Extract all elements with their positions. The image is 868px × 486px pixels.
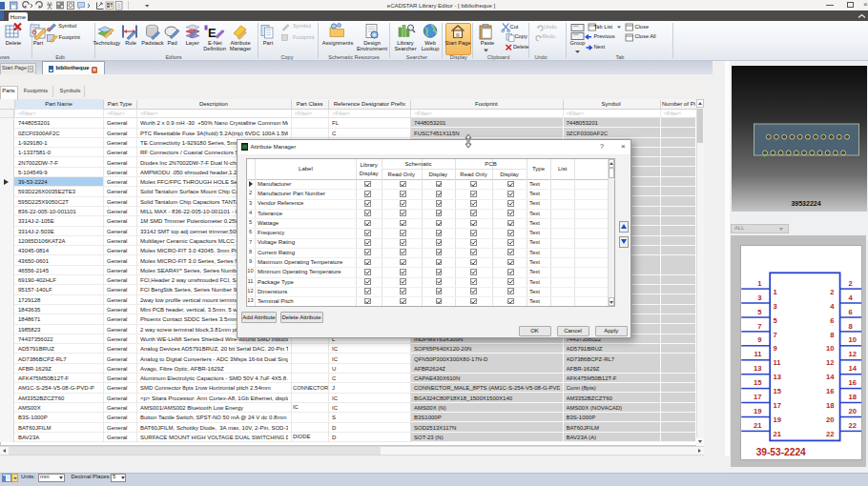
svg-text:11: 11 xyxy=(774,358,782,367)
svg-text:15: 15 xyxy=(774,387,782,395)
svg-text:16: 16 xyxy=(849,378,857,387)
svg-text:4: 4 xyxy=(830,302,835,311)
svg-text:39-53-2224: 39-53-2224 xyxy=(756,447,806,457)
svg-text:4: 4 xyxy=(849,294,854,302)
svg-text:17: 17 xyxy=(774,401,781,410)
svg-text:1: 1 xyxy=(774,288,778,296)
svg-text:22: 22 xyxy=(826,430,834,438)
svg-text:7: 7 xyxy=(774,331,777,339)
svg-text:5: 5 xyxy=(774,316,778,325)
svg-text:9: 9 xyxy=(774,344,777,353)
svg-text:17: 17 xyxy=(754,393,761,401)
svg-text:9: 9 xyxy=(757,335,761,344)
svg-text:18: 18 xyxy=(849,393,857,401)
svg-text:8: 8 xyxy=(849,322,853,331)
svg-text:19: 19 xyxy=(774,415,781,424)
svg-text:22: 22 xyxy=(849,421,857,430)
svg-text:14: 14 xyxy=(826,373,835,381)
svg-text:3: 3 xyxy=(774,302,777,311)
svg-text:20: 20 xyxy=(826,415,834,424)
svg-text:10: 10 xyxy=(826,344,834,353)
svg-text:6: 6 xyxy=(830,316,834,325)
svg-text:E: E xyxy=(208,26,217,40)
svg-text:15: 15 xyxy=(754,378,762,387)
svg-text:2: 2 xyxy=(849,279,853,288)
svg-text:12: 12 xyxy=(826,358,834,367)
svg-text:13: 13 xyxy=(774,373,781,381)
svg-text:12: 12 xyxy=(849,350,857,358)
svg-text:16: 16 xyxy=(826,387,834,395)
svg-text:14: 14 xyxy=(849,364,858,373)
svg-text:2: 2 xyxy=(830,288,834,296)
svg-text:6: 6 xyxy=(849,308,853,316)
svg-text:7: 7 xyxy=(757,322,761,331)
svg-text:19: 19 xyxy=(754,407,761,415)
svg-text:18: 18 xyxy=(826,401,834,410)
svg-text:21: 21 xyxy=(774,430,782,438)
svg-text:3: 3 xyxy=(757,294,761,302)
svg-text:1: 1 xyxy=(757,279,762,288)
svg-text:5: 5 xyxy=(757,308,762,316)
svg-text:10: 10 xyxy=(849,335,857,344)
svg-text:20: 20 xyxy=(849,407,857,415)
svg-text:11: 11 xyxy=(754,350,762,358)
svg-text:13: 13 xyxy=(754,364,761,373)
svg-text:21: 21 xyxy=(754,421,762,430)
svg-text:8: 8 xyxy=(830,331,834,339)
